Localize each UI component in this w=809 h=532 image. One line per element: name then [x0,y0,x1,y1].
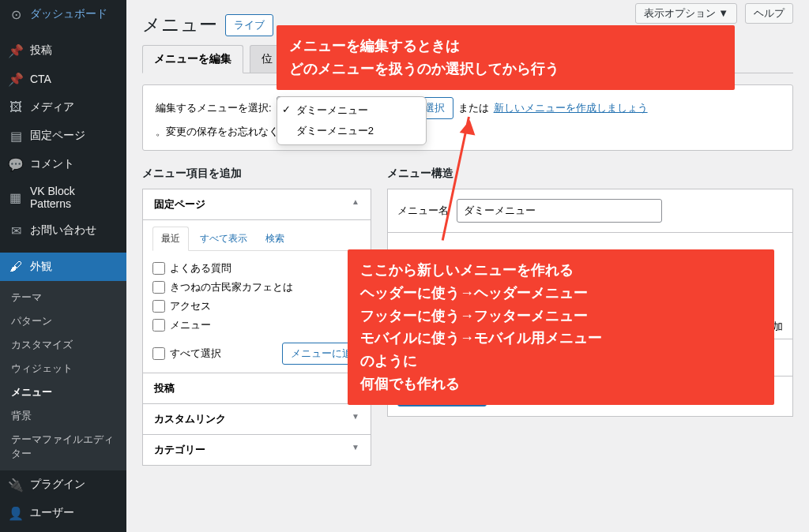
checkbox[interactable] [152,319,165,332]
admin-sidebar: ⊙ダッシュボード 📌投稿 📌CTA 🖾メディア ▤固定ページ 💬コメント ▦VK… [0,0,126,532]
help-button[interactable]: ヘルプ [745,3,793,24]
dashboard-icon: ⊙ [8,6,24,22]
page-checkbox-row[interactable]: メニュー [152,316,361,335]
live-preview-button[interactable]: ライブ [225,14,273,36]
accordion: 固定ページ▲ 最近 すべて表示 検索 よくある質問 きつねの古民家カフェとは ア… [142,189,371,466]
acc-pages-head[interactable]: 固定ページ▲ [143,189,371,219]
chevron-up-icon: ▲ [352,197,359,212]
title-text: メニュー [142,13,217,37]
select-all-row[interactable]: すべて選択 [152,344,221,363]
page-checkbox-row[interactable]: よくある質問 [152,259,361,278]
menu-name-label: メニュー名 [397,204,449,218]
page-item-label: きつねの古民家カフェとは [170,280,293,294]
sidebar-item-cta[interactable]: 📌CTA [0,65,126,93]
sidebar-item-vk[interactable]: ▦VK Block Patterns [0,178,126,216]
menu-name-input[interactable] [457,199,662,223]
brush-icon: 🖌 [8,259,24,275]
sidebar-item-pages[interactable]: ▤固定ページ [0,122,126,150]
sidebar-label: お問い合わせ [30,223,96,238]
checkbox[interactable] [152,300,165,313]
acc-posts-head[interactable]: 投稿▼ [143,373,371,403]
grid-icon: ▦ [8,189,24,205]
acc-category-head[interactable]: カテゴリー▼ [143,434,371,465]
subtab-all[interactable]: すべて表示 [192,227,255,250]
annotation-1: メニューを編集するときは どのメニューを扱うのか選択してから行う [277,25,735,90]
sidebar-item-tools[interactable]: 🔧ツール [0,527,126,532]
pin-icon: 📌 [8,71,24,87]
sidebar-item-users[interactable]: 👤ユーザー [0,499,126,527]
sidebar-label: 投稿 [30,43,52,58]
sidebar-item-media[interactable]: 🖾メディア [0,93,126,122]
comment-icon: 💬 [8,156,24,172]
sidebar-submenu: テーマ パターン カスタマイズ ウィジェット メニュー 背景 テーマファイルエデ… [0,281,126,470]
dropdown-option[interactable]: ダミーメニュー [277,100,426,121]
create-menu-link[interactable]: 新しいメニューを作成しましょう [494,101,648,115]
user-icon: 👤 [8,505,24,521]
tab-edit-menu[interactable]: メニューを編集 [142,45,243,73]
page-checkbox-row[interactable]: アクセス [152,297,361,316]
page-item-label: メニュー [170,318,211,332]
sub-editor[interactable]: テーマファイルエディター [0,428,126,466]
annotation-2: ここから新しいメニューを作れる ヘッダーに使う→ヘッダーメニュー フッターに使う… [348,249,774,405]
sidebar-label: CTA [30,73,51,85]
structure-heading: メニュー構造 [387,167,793,181]
checkbox[interactable] [152,262,165,275]
acc-custom-head[interactable]: カスタムリンク▼ [143,403,371,434]
sidebar-label: メディア [30,100,74,114]
sidebar-label: コメント [30,157,74,171]
sub-menu[interactable]: メニュー [0,380,126,404]
sidebar-item-dashboard[interactable]: ⊙ダッシュボード [0,0,126,28]
mail-icon: ✉ [8,223,24,238]
annotation-arrow [468,117,470,243]
sub-theme[interactable]: テーマ [0,286,126,309]
sidebar-label: 固定ページ [30,129,85,143]
note-text: 。変更の保存をお忘れなく。 [156,125,289,139]
sidebar-item-appearance[interactable]: 🖌外観 [0,253,126,281]
sidebar-item-plugins[interactable]: 🔌プラグイン [0,470,126,499]
subtab-search[interactable]: 検索 [258,227,292,250]
sidebar-label: ダッシュボード [30,7,107,21]
sidebar-label: ユーザー [30,506,74,520]
sidebar-label: VK Block Patterns [30,185,119,210]
add-items-heading: メニュー項目を追加 [142,167,371,181]
media-icon: 🖾 [8,99,24,115]
sidebar-item-posts[interactable]: 📌投稿 [0,36,126,65]
subtab-recent[interactable]: 最近 [152,227,189,251]
sub-widgets[interactable]: ウィジェット [0,357,126,380]
page-checkbox-row[interactable]: きつねの古民家カフェとは [152,278,361,297]
sidebar-item-comments[interactable]: 💬コメント [0,150,126,178]
page-icon: ▤ [8,128,24,144]
sub-pattern[interactable]: パターン [0,309,126,333]
page-item-label: アクセス [170,299,211,313]
sidebar-label: 外観 [30,260,52,274]
select-all-checkbox[interactable] [152,347,165,360]
pin-icon: 📌 [8,43,24,58]
plugin-icon: 🔌 [8,477,24,493]
sub-customize[interactable]: カスタマイズ [0,333,126,357]
chevron-down-icon: ▼ [352,412,359,426]
checkbox[interactable] [152,281,165,294]
screen-options-button[interactable]: 表示オプション ▼ [635,3,737,24]
chevron-down-icon: ▼ [352,443,359,457]
sidebar-item-contact[interactable]: ✉お問い合わせ [0,216,126,245]
select-all-label: すべて選択 [170,347,221,361]
select-label: 編集するメニューを選択: [156,101,272,115]
dropdown-option[interactable]: ダミーメニュー2 [277,121,426,141]
page-item-label: よくある質問 [170,261,231,275]
menu-dropdown: ダミーメニュー ダミーメニュー2 [277,96,427,145]
sub-background[interactable]: 背景 [0,404,126,428]
sidebar-label: プラグイン [30,478,85,492]
